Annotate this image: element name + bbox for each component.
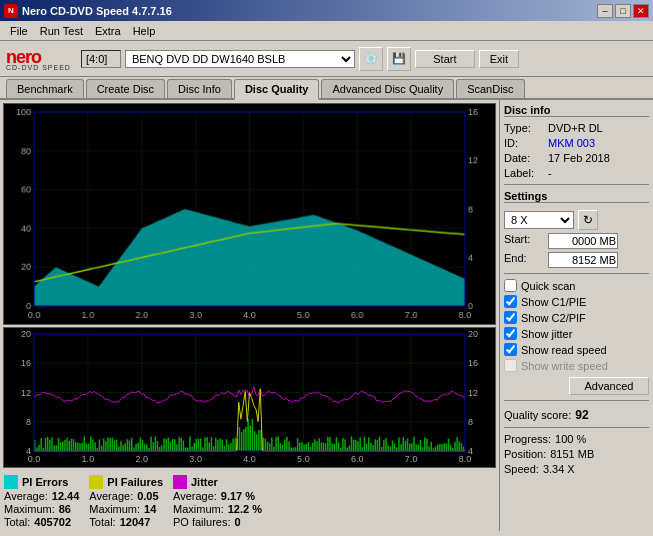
nero-logo-area: nero CD-DVD SPEED [6,47,71,71]
upper-chart [3,103,496,325]
jitter-label: Jitter [191,476,218,488]
quality-score-label: Quality score: [504,409,571,421]
show-read-speed-label: Show read speed [521,344,607,356]
charts-container [0,100,499,472]
advanced-button[interactable]: Advanced [569,377,649,395]
minimize-button[interactable]: – [597,4,613,18]
title-bar-text: Nero CD-DVD Speed 4.7.7.16 [22,5,172,17]
quality-score-row: Quality score: 92 [504,408,649,422]
quick-scan-checkbox[interactable] [504,279,517,292]
divider-2 [504,273,649,274]
jitter-max-value: 12.2 % [228,503,262,515]
disc-id-value: MKM 003 [548,137,595,149]
pi-failures-max-value: 14 [144,503,156,515]
toolbar: nero CD-DVD SPEED [4:0] BENQ DVD DD DW16… [0,41,653,77]
drive-select[interactable]: BENQ DVD DD DW1640 BSLB [125,50,355,68]
disc-id-label: ID: [504,137,544,149]
position-row: Position: 8151 MB [504,448,649,460]
show-jitter-checkbox[interactable] [504,327,517,340]
settings-refresh-btn[interactable]: ↻ [578,210,598,230]
jitter-po-label: PO failures: [173,516,230,528]
quick-scan-row: Quick scan [504,279,649,292]
disc-label-value: - [548,167,552,179]
position-value: 8151 MB [550,448,594,460]
position-label: Position: [504,448,546,460]
start-button[interactable]: Start [415,50,475,68]
pi-errors-total-value: 405702 [34,516,71,528]
nero-sub: CD-DVD SPEED [6,64,71,71]
show-c1pie-checkbox[interactable] [504,295,517,308]
pi-errors-avg-label: Average: [4,490,48,502]
pi-errors-total-row: Total: 405702 [4,516,79,528]
start-input[interactable] [548,233,618,249]
menu-run-test[interactable]: Run Test [34,23,89,39]
pi-failures-color-box [89,475,103,489]
menu-file[interactable]: File [4,23,34,39]
show-read-speed-checkbox[interactable] [504,343,517,356]
tab-create-disc[interactable]: Create Disc [86,79,165,98]
pi-failures-avg-label: Average: [89,490,133,502]
jitter-avg-label: Average: [173,490,217,502]
pi-failures-total-value: 12047 [120,516,151,528]
pi-errors-avg-row: Average: 12.44 [4,490,79,502]
show-jitter-row: Show jitter [504,327,649,340]
disc-label-label: Label: [504,167,544,179]
show-write-speed-checkbox[interactable] [504,359,517,372]
tab-disc-quality[interactable]: Disc Quality [234,79,320,100]
lower-chart [3,327,496,468]
progress-label: Progress: [504,433,551,445]
show-write-speed-row: Show write speed [504,359,649,372]
disc-type-label: Type: [504,122,544,134]
drive-label: [4:0] [81,50,121,68]
progress-value: 100 % [555,433,586,445]
pi-errors-label: PI Errors [22,476,68,488]
jitter-color-box [173,475,187,489]
pi-errors-color-box [4,475,18,489]
speed-row: 8 X ↻ [504,210,649,230]
exit-button[interactable]: Exit [479,50,519,68]
tab-advanced-disc-quality[interactable]: Advanced Disc Quality [321,79,454,98]
pi-failures-max-label: Maximum: [89,503,140,515]
show-jitter-label: Show jitter [521,328,572,340]
tab-benchmark[interactable]: Benchmark [6,79,84,98]
divider-4 [504,427,649,428]
settings-title: Settings [504,190,649,203]
menu-help[interactable]: Help [127,23,162,39]
charts-section: PI Errors Average: 12.44 Maximum: 86 Tot… [0,100,499,531]
pi-failures-avg-value: 0.05 [137,490,158,502]
jitter-po-value: 0 [234,516,240,528]
save-icon-button[interactable]: 💾 [387,47,411,71]
speed-select[interactable]: 8 X [504,211,574,229]
pi-errors-legend: PI Errors Average: 12.44 Maximum: 86 Tot… [4,475,79,528]
speed-display-row: Speed: 3.34 X [504,463,649,475]
menu-extra[interactable]: Extra [89,23,127,39]
legend-area: PI Errors Average: 12.44 Maximum: 86 Tot… [0,472,499,531]
disc-date-value: 17 Feb 2018 [548,152,610,164]
pi-errors-max-row: Maximum: 86 [4,503,79,515]
disc-info-title: Disc info [504,104,649,117]
pi-errors-max-value: 86 [59,503,71,515]
close-button[interactable]: ✕ [633,4,649,18]
disc-type-value: DVD+R DL [548,122,603,134]
show-write-speed-label: Show write speed [521,360,608,372]
end-input[interactable] [548,252,618,268]
maximize-button[interactable]: □ [615,4,631,18]
jitter-avg-value: 9.17 % [221,490,255,502]
pi-errors-total-label: Total: [4,516,30,528]
tab-disc-info[interactable]: Disc Info [167,79,232,98]
menu-bar: File Run Test Extra Help [0,21,653,41]
speed-display-label: Speed: [504,463,539,475]
main-content: PI Errors Average: 12.44 Maximum: 86 Tot… [0,100,653,531]
end-row: End: [504,252,649,268]
show-c2pif-checkbox[interactable] [504,311,517,324]
pi-errors-max-label: Maximum: [4,503,55,515]
disc-date-row: Date: 17 Feb 2018 [504,152,649,164]
tab-scan-disc[interactable]: ScanDisc [456,79,524,98]
divider-3 [504,400,649,401]
pi-errors-avg-value: 12.44 [52,490,80,502]
disc-label-row: Label: - [504,167,649,179]
disc-id-row: ID: MKM 003 [504,137,649,149]
disc-icon-button[interactable]: 💿 [359,47,383,71]
show-c1pie-label: Show C1/PIE [521,296,586,308]
start-label: Start: [504,233,544,249]
